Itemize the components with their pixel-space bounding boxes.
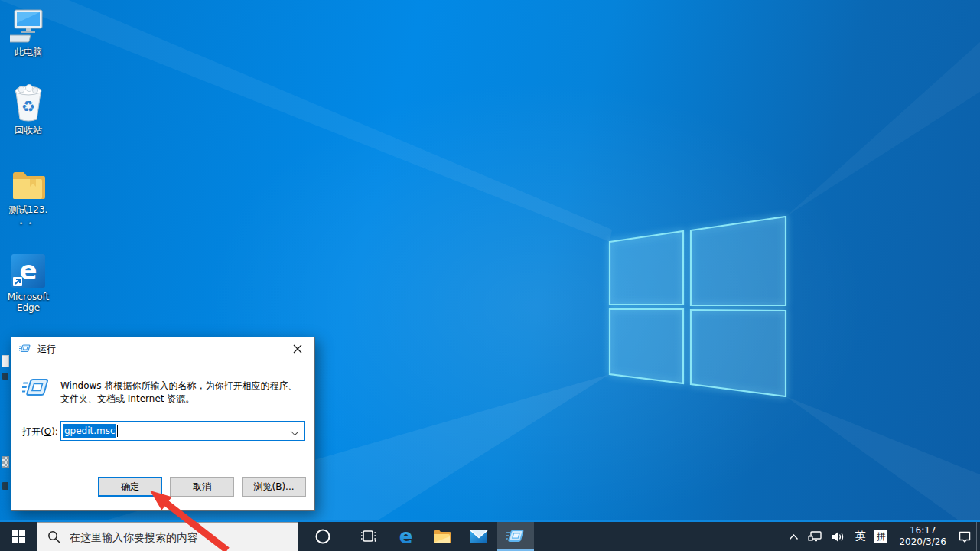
search-icon	[47, 530, 60, 543]
windows-logo-icon	[12, 530, 25, 543]
cortana-button[interactable]	[304, 522, 341, 551]
chevron-down-icon[interactable]	[291, 428, 298, 435]
dialog-title: 运行	[37, 343, 56, 356]
desktop-icon-recycle-bin[interactable]: ♻ 回收站	[0, 84, 57, 135]
desktop-icon-microsoft-edge[interactable]: e Microsoft Edge	[0, 253, 57, 313]
hidden-desktop-icon-fragment	[2, 355, 9, 367]
svg-text:e: e	[399, 527, 412, 547]
hidden-desktop-icon-fragment	[2, 456, 9, 468]
desktop-icon-this-pc[interactable]: 此电脑	[0, 8, 57, 57]
taskbar: e	[0, 520, 980, 551]
desktop-icon-label: 测试123.	[0, 204, 57, 215]
dialog-description-line2: 文件夹、文档或 Internet 资源。	[60, 393, 305, 406]
system-tray: 英 拼 16:17 2020/3/26	[784, 522, 980, 551]
browse-button[interactable]: 浏览(B)...	[242, 477, 306, 497]
ime-mode-indicator[interactable]: 拼	[870, 522, 892, 551]
desktop-icon-test-folder[interactable]: 测试123. 。。	[0, 168, 57, 226]
task-view-icon	[360, 527, 378, 546]
run-window-icon	[19, 343, 31, 355]
tray-volume-icon[interactable]	[827, 522, 850, 551]
search-input[interactable]	[70, 531, 276, 543]
edge-shortcut-icon: e	[0, 253, 57, 289]
this-pc-icon	[0, 8, 57, 44]
recycle-bin-icon: ♻	[0, 84, 57, 122]
taskbar-edge-button[interactable]: e	[387, 522, 424, 551]
windows-desktop: 此电脑 ♻ 回收站 测试123. 。。	[0, 0, 980, 551]
tray-chevron-up-icon[interactable]	[784, 522, 803, 551]
text-caret	[117, 425, 118, 437]
hidden-desktop-label-fragment	[2, 373, 8, 380]
action-center-icon[interactable]	[953, 522, 976, 551]
taskbar-file-explorer-button[interactable]	[424, 522, 461, 551]
ok-button[interactable]: 确定	[98, 477, 162, 497]
open-label: 打开(O):	[22, 425, 58, 439]
run-dialog: 运行 Windows 将根据你所输入的名称，为你打开相应的程序、 文件夹、文档或…	[11, 337, 315, 511]
desktop-icon-label: Microsoft	[0, 292, 57, 302]
mail-icon	[469, 527, 489, 546]
start-button[interactable]	[0, 522, 37, 551]
hidden-desktop-label-fragment	[2, 482, 8, 490]
dialog-description: Windows 将根据你所输入的名称，为你打开相应的程序、 文件夹、文档或 In…	[60, 380, 305, 406]
dialog-description-line1: Windows 将根据你所输入的名称，为你打开相应的程序、	[60, 380, 305, 393]
desktop-icon-label-line2: Edge	[0, 302, 57, 313]
desktop-icon-label: 回收站	[0, 125, 57, 135]
taskbar-mail-button[interactable]	[461, 522, 497, 551]
folder-icon	[0, 168, 57, 202]
taskbar-clock[interactable]: 16:17 2020/3/26	[892, 522, 953, 551]
desktop-icon-label-line2: 。。	[0, 215, 57, 226]
edge-icon: e	[396, 527, 416, 547]
cortana-icon	[314, 528, 331, 545]
run-command-input[interactable]: gpedit.msc	[60, 421, 305, 441]
run-window-icon	[506, 527, 526, 546]
run-dialog-titlebar[interactable]: 运行	[11, 337, 314, 360]
clock-time: 16:17	[910, 525, 936, 536]
task-view-button[interactable]	[350, 522, 387, 551]
desktop-icon-label: 此电脑	[0, 47, 57, 57]
taskbar-search-box[interactable]	[37, 522, 298, 551]
show-desktop-button[interactable]	[976, 522, 980, 551]
ime-language-indicator[interactable]: 英	[850, 522, 870, 551]
file-explorer-icon	[432, 527, 452, 546]
clock-date: 2020/3/26	[899, 536, 946, 548]
input-selected-text: gpedit.msc	[63, 424, 116, 438]
cancel-button[interactable]: 取消	[170, 477, 234, 497]
close-icon[interactable]	[280, 337, 314, 360]
run-dialog-icon	[22, 376, 51, 403]
svg-text:♻: ♻	[21, 97, 35, 116]
tray-network-icon[interactable]	[803, 522, 827, 551]
taskbar-run-app-button-active[interactable]	[497, 522, 534, 551]
